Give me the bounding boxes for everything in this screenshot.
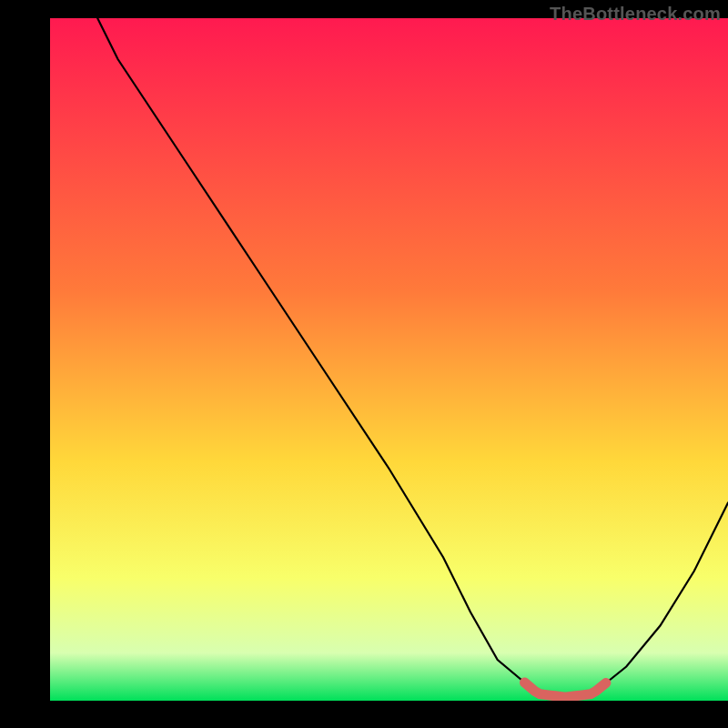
bottleneck-chart: [0, 0, 728, 728]
border: [0, 0, 50, 728]
chart-frame: TheBottleneck.com: [0, 0, 728, 728]
border: [0, 701, 728, 728]
watermark-label: TheBottleneck.com: [550, 4, 721, 25]
gradient-background: [50, 18, 728, 701]
